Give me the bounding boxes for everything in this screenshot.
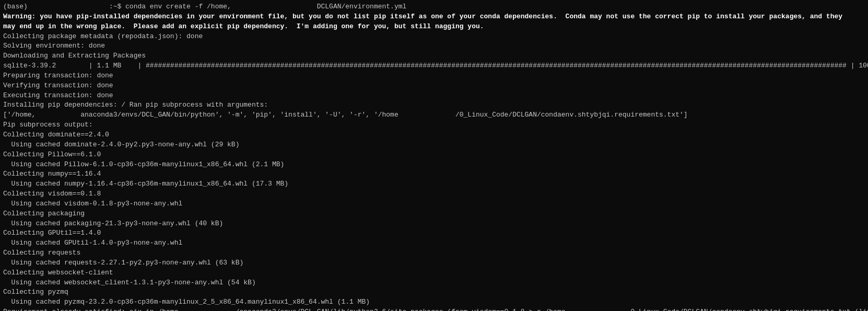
terminal-line: Warning: you have pip-installed dependen… [3,12,865,22]
terminal-line: Collecting visdom==0.1.8 [3,189,865,199]
terminal-line: Executing transaction: done [3,91,865,101]
terminal-line: Pip subprocess output: [3,120,865,130]
terminal-line: Requirement already satisfied: six in /h… [3,307,865,311]
terminal-line: Collecting package metadata (repodata.js… [3,32,865,42]
terminal-line: may end up in the wrong place. Please ad… [3,22,865,32]
terminal-window: (base) :~$ conda env create -f /home, DC… [0,0,868,311]
terminal-line: Collecting packaging [3,209,865,219]
terminal-line: Using cached Pillow-6.1.0-cp36-cp36m-man… [3,160,865,170]
terminal-line: Using cached dominate-2.4.0-py2.py3-none… [3,140,865,150]
terminal-line: Collecting requests [3,248,865,258]
terminal-line: Collecting GPUtil==1.4.0 [3,228,865,238]
terminal-line: Downloading and Extracting Packages [3,51,865,61]
terminal-line: Using cached numpy-1.16.4-cp36-cp36m-man… [3,179,865,189]
terminal-output: (base) :~$ conda env create -f /home, DC… [3,2,865,311]
terminal-line: ['/home, anaconda3/envs/DCL_GAN/bin/pyth… [3,110,865,120]
terminal-line: Using cached requests-2.27.1-py2.py3-non… [3,258,865,268]
terminal-line: Using cached visdom-0.1.8-py3-none-any.w… [3,199,865,209]
terminal-line: Preparing transaction: done [3,71,865,81]
terminal-line: Using cached packaging-21.3-py3-none-any… [3,219,865,229]
terminal-line: Collecting Pillow==6.1.0 [3,150,865,160]
terminal-line: (base) :~$ conda env create -f /home, DC… [3,2,865,12]
terminal-line: Using cached GPUtil-1.4.0-py3-none-any.w… [3,238,865,248]
terminal-line: Solving environment: done [3,41,865,51]
terminal-line: Collecting dominate==2.4.0 [3,130,865,140]
terminal-line: sqlite-3.39.2 | 1.1 MB | ###############… [3,61,865,71]
terminal-line: Collecting pyzmq [3,287,865,297]
terminal-line: Installing pip dependencies: / Ran pip s… [3,100,865,110]
terminal-line: Collecting websocket-client [3,268,865,278]
terminal-line: Verifying transaction: done [3,81,865,91]
terminal-line: Using cached websocket_client-1.3.1-py3-… [3,278,865,288]
terminal-line: Using cached pyzmq-23.2.0-cp36-cp36m-man… [3,297,865,307]
terminal-line: Collecting numpy==1.16.4 [3,169,865,179]
